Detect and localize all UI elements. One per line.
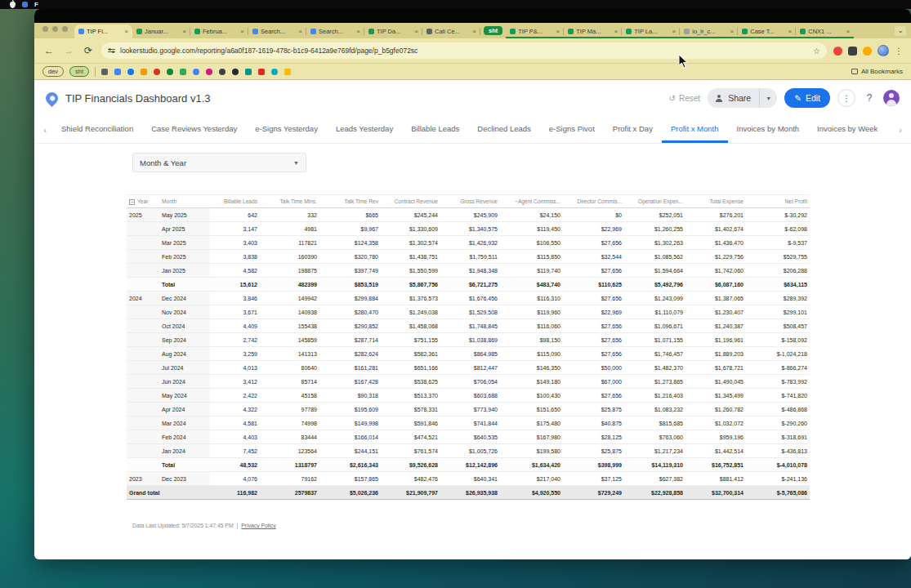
bookmark-icon[interactable] xyxy=(127,69,134,75)
table-row[interactable]: Jul 20244,01380640$161,281$651,166$812,4… xyxy=(127,361,810,375)
zoom-window-button[interactable] xyxy=(62,26,68,32)
tab-close-icon[interactable]: × xyxy=(240,29,244,35)
report-page-tab[interactable]: e-Signs Pivot xyxy=(540,116,604,143)
report-page-tab[interactable]: Profit x Month xyxy=(662,116,728,143)
tab-close-icon[interactable]: × xyxy=(730,29,735,35)
all-bookmarks-button[interactable]: All Bookmarks xyxy=(851,68,903,75)
report-page-tab[interactable]: Shield e-Sign C xyxy=(886,116,893,143)
browser-tab[interactable]: Case T...× xyxy=(738,24,796,38)
browser-tab[interactable]: TIP Fi...× xyxy=(74,24,132,38)
column-header[interactable]: Net Profit xyxy=(746,195,810,208)
bookmark-icon[interactable] xyxy=(284,69,291,75)
browser-tab[interactable]: TIP Da...× xyxy=(364,24,422,38)
tab-close-icon[interactable]: × xyxy=(788,29,793,35)
column-header[interactable]: Talk Time Mins. xyxy=(260,195,319,208)
reset-button[interactable]: ↺ Reset xyxy=(669,94,701,103)
forward-button[interactable]: → xyxy=(62,45,75,56)
bookmark-icon[interactable] xyxy=(193,69,199,75)
column-header[interactable]: Operation Expen... xyxy=(624,195,685,208)
column-header[interactable]: Contract Revenue xyxy=(381,195,440,208)
share-button[interactable]: Share ▼ xyxy=(708,88,777,108)
browser-tab[interactable]: Call Ce...× xyxy=(422,24,480,38)
bookmark-icon[interactable] xyxy=(180,69,186,75)
bookmark-icon[interactable] xyxy=(114,69,121,75)
apple-logo-icon[interactable] xyxy=(10,2,16,8)
tab-close-icon[interactable]: × xyxy=(356,29,360,35)
table-row[interactable]: Mar 20253,403117821$124,358$1,302,574$1,… xyxy=(127,236,810,250)
extension-icon[interactable] xyxy=(848,47,857,56)
table-row[interactable]: 2023Dec 20234,07679162$157,865$482,476$6… xyxy=(127,472,810,486)
close-window-button[interactable] xyxy=(42,26,48,32)
help-button[interactable]: ? xyxy=(863,92,876,104)
column-header[interactable]: Director Commis... xyxy=(563,195,624,208)
collapse-icon[interactable]: − xyxy=(129,199,135,205)
tab-close-icon[interactable]: × xyxy=(414,29,418,35)
tab-close-icon[interactable]: × xyxy=(846,29,851,35)
browser-tab[interactable]: Februa...× xyxy=(190,24,248,38)
table-row[interactable]: Mar 20244,58174998$149,998$591,846$741,8… xyxy=(127,416,810,430)
url-text[interactable]: lookerstudio.google.com/reporting/a6a0f1… xyxy=(120,47,808,55)
column-header[interactable]: −Year xyxy=(127,195,159,208)
table-row[interactable]: Nov 20243,671140938$280,470$1,249,038$1,… xyxy=(127,305,810,319)
table-row[interactable]: Feb 20244,40383444$166,014$474,521$640,5… xyxy=(127,430,810,444)
bookmark-icon[interactable] xyxy=(258,69,265,75)
tab-close-icon[interactable]: × xyxy=(672,29,677,35)
bookmark-icon[interactable] xyxy=(167,69,173,75)
table-row[interactable]: Oct 20244,409155438$290,852$1,458,068$1,… xyxy=(127,319,810,333)
report-page-tab[interactable]: Declined Leads xyxy=(468,116,540,143)
report-page-tab[interactable]: Invoices by Month xyxy=(728,116,809,143)
nav-scroll-left-icon[interactable]: ‹ xyxy=(38,125,52,135)
column-header[interactable]: Gross Revenue xyxy=(440,195,500,208)
bookmark-icon[interactable] xyxy=(206,69,212,75)
saved-tab-group-dev[interactable]: dev xyxy=(42,66,64,77)
report-page-tab[interactable]: e-Signs Yesterday xyxy=(246,116,327,143)
minimize-window-button[interactable] xyxy=(52,26,58,32)
browser-profile-avatar[interactable] xyxy=(878,45,889,56)
table-row[interactable]: Jun 20243,41285714$167,428$538,625$706,0… xyxy=(127,375,810,389)
table-row[interactable]: May 20242,42245158$90,318$513,370$603,68… xyxy=(127,389,810,403)
month-year-filter[interactable]: Month & Year ▼ xyxy=(132,153,306,172)
bookmark-icon[interactable] xyxy=(141,69,147,75)
browser-tab[interactable]: Search...× xyxy=(306,24,364,38)
bookmark-icon[interactable] xyxy=(101,69,108,75)
edit-button[interactable]: ✎ Edit xyxy=(784,88,830,108)
tab-search-chevron-icon[interactable]: ⌄ xyxy=(895,26,906,36)
tab-close-icon[interactable]: × xyxy=(614,29,618,35)
saved-tab-group-sht[interactable]: sht xyxy=(69,66,89,77)
table-row[interactable]: Jan 20254,582198875$397,749$1,550,599$1,… xyxy=(127,264,810,278)
menubar-app-name[interactable]: F xyxy=(34,1,38,8)
tab-close-icon[interactable]: × xyxy=(472,29,476,35)
report-page-tab[interactable]: Case Reviews Yesterday xyxy=(142,116,246,143)
extension-icon[interactable] xyxy=(833,47,842,56)
table-row[interactable]: Apr 20253,1474981$9,967$1,330,609$1,340,… xyxy=(127,222,810,236)
tab-close-icon[interactable]: × xyxy=(124,29,128,35)
bookmark-icon[interactable] xyxy=(219,69,226,75)
tab-group-chip[interactable]: sht xyxy=(484,26,502,35)
browser-tab[interactable]: io_lr_c...× xyxy=(680,24,738,38)
table-row[interactable]: Total48,5321318797$2,616,343$9,526,628$1… xyxy=(127,458,810,472)
table-row[interactable]: Feb 20253,838160390$320,780$1,438,751$1,… xyxy=(127,250,810,264)
more-options-button[interactable]: ⋮ xyxy=(837,89,855,107)
bookmark-icon[interactable] xyxy=(154,69,160,75)
table-row[interactable]: Jan 20247,452123564$244,151$761,574$1,00… xyxy=(127,444,810,458)
bookmark-star-icon[interactable]: ☆ xyxy=(813,47,820,56)
user-avatar[interactable] xyxy=(883,90,900,106)
column-header[interactable]: Billable Leads xyxy=(210,195,260,208)
report-page-tab[interactable]: Leads Yesterday xyxy=(327,116,402,143)
back-button[interactable]: ← xyxy=(42,45,56,56)
table-row[interactable]: Grand total116,9822579837$5,026,236$21,9… xyxy=(127,486,810,500)
tab-close-icon[interactable]: × xyxy=(182,29,186,35)
looker-studio-logo[interactable] xyxy=(43,89,60,106)
bookmark-icon[interactable] xyxy=(271,69,278,75)
column-header[interactable]: ~Agent Commiss... xyxy=(500,195,563,208)
column-header[interactable]: Month xyxy=(159,195,210,208)
privacy-policy-link[interactable]: Privacy Policy xyxy=(241,523,275,528)
share-dropdown-caret[interactable]: ▼ xyxy=(759,88,777,108)
browser-tab[interactable]: Search...× xyxy=(248,24,306,38)
browser-tab[interactable]: CNX1 ...× xyxy=(796,24,854,38)
report-page-tab[interactable]: Billable Leads xyxy=(402,116,468,143)
nav-scroll-right-icon[interactable]: › xyxy=(893,125,908,135)
column-header[interactable]: Talk Time Rev xyxy=(319,195,381,208)
table-row[interactable]: 2024Dec 20243,846149942$299,884$1,376,57… xyxy=(127,292,810,305)
site-settings-icon[interactable] xyxy=(108,49,115,52)
